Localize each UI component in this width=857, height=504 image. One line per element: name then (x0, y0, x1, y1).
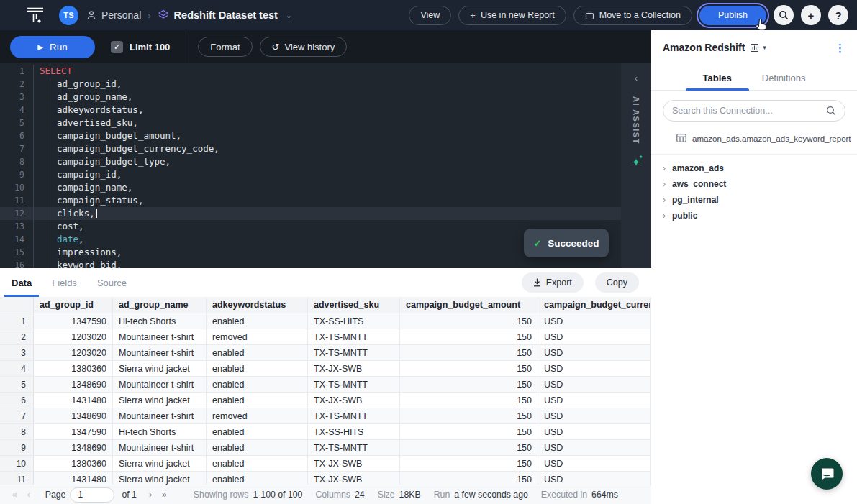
code-line[interactable]: 5 advertised_sku, (0, 116, 621, 129)
page-number-input[interactable] (70, 487, 114, 503)
recent-table-item[interactable]: amazon_ads.amazon_ads_keyword_report (651, 129, 857, 149)
ai-assist-label[interactable]: AI ASSIST (632, 96, 640, 145)
code-line[interactable]: 11 campaign_status, (0, 194, 621, 207)
table-row[interactable]: 81347590Hi-tech ShortsenabledTX-SS-HITS1… (0, 424, 651, 440)
help-button[interactable]: ? (828, 5, 848, 25)
code-line[interactable]: 7 campaign_budget_currency_code, (0, 142, 621, 155)
table-cell[interactable]: 150 (400, 440, 538, 455)
table-cell[interactable]: 150 (400, 472, 538, 485)
table-cell[interactable]: 150 (400, 393, 538, 408)
column-header-ad_group_name[interactable]: ad_group_name (113, 297, 207, 313)
table-cell[interactable]: 1348690 (34, 377, 113, 392)
column-header-ad_group_id[interactable]: ad_group_id (34, 297, 113, 313)
table-cell[interactable]: 1203020 (34, 345, 113, 360)
table-cell[interactable]: enabled (207, 393, 308, 408)
column-header-adkeywordstatus[interactable]: adkeywordstatus (207, 297, 308, 313)
results-tab-data[interactable]: Data (4, 268, 39, 297)
table-cell[interactable]: USD (538, 408, 651, 423)
table-cell[interactable]: Mountaineer t-shirt (113, 440, 207, 455)
table-cell[interactable]: USD (538, 361, 651, 376)
code-line[interactable]: 16 keyword_bid, (0, 259, 621, 268)
table-cell[interactable]: 150 (400, 456, 538, 471)
schema-item-amazon_ads[interactable]: › amazon_ads (651, 160, 857, 176)
connection-search[interactable] (663, 100, 845, 122)
first-page-button[interactable]: « (7, 490, 22, 500)
connection-title[interactable]: Amazon Redshift (663, 42, 745, 53)
view-button[interactable]: View (409, 6, 451, 25)
table-cell[interactable]: Sierra wind jacket (113, 361, 207, 376)
table-cell[interactable]: Sierra wind jacket (113, 456, 207, 471)
table-row[interactable]: 61431480Sierra wind jacketenabledTX-JX-S… (0, 393, 651, 408)
table-cell[interactable]: removed (207, 408, 308, 423)
table-cell[interactable]: Mountaineer t-shirt (113, 377, 207, 392)
table-cell[interactable]: 150 (400, 377, 538, 392)
table-row[interactable]: 101380360Sierra wind jacketenabledTX-JX-… (0, 456, 651, 472)
checkbox-checked-icon[interactable]: ✓ (111, 41, 123, 53)
column-header-campaign_budget_currency_code[interactable]: campaign_budget_currency_code (538, 297, 651, 313)
table-cell[interactable]: enabled (207, 377, 308, 392)
code-line[interactable]: 2 ad_group_id, (0, 78, 621, 91)
table-cell[interactable]: TX-TS-MNTT (308, 329, 400, 344)
move-to-collection-button[interactable]: Move to a Collection (573, 6, 692, 25)
prev-page-button[interactable]: ‹ (22, 490, 35, 500)
table-row[interactable]: 31203020Mountaineer t-shirtenabledTX-TS-… (0, 345, 651, 361)
table-cell[interactable]: 1380360 (34, 361, 113, 376)
table-cell[interactable]: Hi-tech Shorts (113, 313, 207, 329)
tab-definitions[interactable]: Definitions (756, 65, 812, 90)
app-logo-icon[interactable] (26, 6, 45, 24)
limit-checkbox-group[interactable]: ✓ Limit 100 (111, 41, 170, 53)
table-cell[interactable]: USD (538, 313, 651, 329)
table-cell[interactable]: 1380360 (34, 456, 113, 471)
table-cell[interactable]: 1348690 (34, 440, 113, 455)
schema-item-aws_connect[interactable]: › aws_connect (651, 176, 857, 192)
results-tab-fields[interactable]: Fields (45, 268, 84, 297)
format-button[interactable]: Format (198, 37, 252, 57)
code-line[interactable]: 12 clicks, (0, 207, 621, 220)
table-row[interactable]: 91348690Mountaineer t-shirtenabledTX-TS-… (0, 440, 651, 456)
table-cell[interactable]: enabled (207, 345, 308, 360)
table-cell[interactable]: 1348690 (34, 408, 113, 423)
table-cell[interactable]: Sierra wind jacket (113, 472, 207, 485)
table-cell[interactable]: 1431480 (34, 393, 113, 408)
code-line[interactable]: 10 campaign_name, (0, 181, 621, 194)
table-cell[interactable]: 150 (400, 329, 538, 344)
table-cell[interactable]: enabled (207, 456, 308, 471)
table-cell[interactable]: enabled (207, 313, 308, 329)
table-cell[interactable]: TX-JX-SWB (308, 393, 400, 408)
table-cell[interactable]: TX-TS-MNTT (308, 377, 400, 392)
code-line[interactable]: 1 SELECT (0, 65, 621, 78)
table-cell[interactable]: TX-TS-MNTT (308, 440, 400, 455)
tab-tables[interactable]: Tables (697, 65, 738, 90)
table-cell[interactable]: 1347590 (34, 424, 113, 439)
table-cell[interactable]: 150 (400, 424, 538, 439)
table-cell[interactable]: TX-SS-HITS (308, 313, 400, 329)
last-page-button[interactable]: » (157, 490, 172, 500)
table-cell[interactable]: Hi-tech Shorts (113, 424, 207, 439)
table-cell[interactable]: USD (538, 440, 651, 455)
table-cell[interactable]: USD (538, 424, 651, 439)
table-cell[interactable]: USD (538, 329, 651, 344)
code-line[interactable]: 3 ad_group_name, (0, 91, 621, 104)
connection-search-input[interactable] (672, 106, 826, 116)
use-in-new-report-button[interactable]: + Use in new Report (458, 6, 566, 25)
code-line[interactable]: 4 adkeywordstatus, (0, 104, 621, 116)
table-cell[interactable]: 150 (400, 361, 538, 376)
table-cell[interactable]: USD (538, 472, 651, 485)
column-header-campaign_budget_amount[interactable]: campaign_budget_amount (400, 297, 538, 313)
data-grid[interactable]: ad_group_idad_group_nameadkeywordstatusa… (0, 297, 651, 485)
avatar[interactable]: TS (59, 6, 78, 25)
table-cell[interactable]: USD (538, 345, 651, 360)
breadcrumb-workspace[interactable]: Personal (101, 9, 141, 21)
schema-item-pg_internal[interactable]: › pg_internal (651, 192, 857, 208)
code-line[interactable]: 9 campaign_id, (0, 168, 621, 181)
table-cell[interactable]: Sierra wind jacket (113, 393, 207, 408)
results-tab-source[interactable]: Source (90, 268, 134, 297)
table-cell[interactable]: Mountaineer t-shirt (113, 408, 207, 423)
document-title[interactable]: Redshift Dataset test (174, 9, 278, 21)
table-cell[interactable]: TX-TS-MNTT (308, 408, 400, 423)
search-button[interactable] (774, 5, 794, 25)
table-cell[interactable]: 150 (400, 313, 538, 329)
table-cell[interactable]: USD (538, 377, 651, 392)
copy-button[interactable]: Copy (595, 272, 639, 293)
table-cell[interactable]: enabled (207, 424, 308, 439)
